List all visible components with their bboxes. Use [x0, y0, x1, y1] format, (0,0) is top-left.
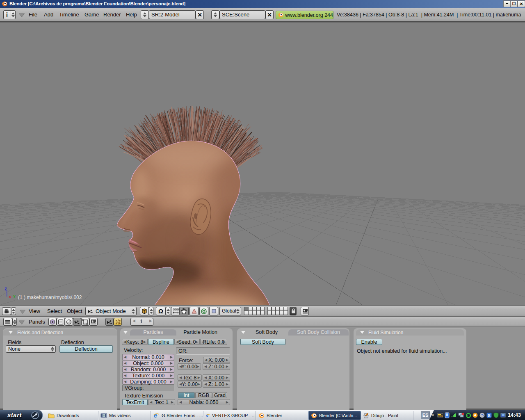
svg-text:x: x — [9, 294, 11, 299]
svg-text:y: y — [13, 293, 16, 298]
svg-text:S: S — [488, 413, 491, 418]
svg-text:99%: 99% — [438, 415, 443, 417]
svg-text:e: e — [206, 413, 208, 418]
svg-text:e: e — [154, 412, 157, 419]
svg-text:(1 ) makehuman/myobis/.002: (1 ) makehuman/myobis/.002 — [18, 294, 82, 300]
